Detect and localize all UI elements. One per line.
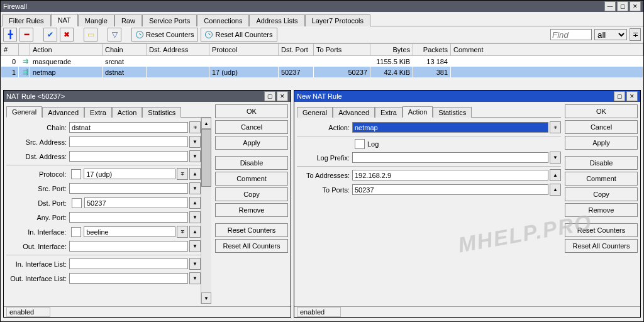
reset-counters-button[interactable]: Reset Counters (215, 223, 288, 237)
disable-button[interactable]: ✖ (60, 28, 74, 42)
tab-connections[interactable]: Connections (197, 14, 249, 26)
tab-statistics[interactable]: Statistics (433, 107, 472, 118)
action-input[interactable] (352, 122, 548, 133)
cancel-button[interactable]: Cancel (565, 120, 638, 134)
copy-button[interactable]: Copy (565, 187, 638, 201)
dialog-titlebar[interactable]: New NAT Rule ▢ ✕ (294, 91, 640, 102)
tab-advanced[interactable]: Advanced (42, 107, 84, 118)
to-ports-input[interactable] (352, 184, 548, 195)
reset-all-counters-button[interactable]: Reset All Counters (565, 239, 638, 253)
chevron-down-icon[interactable]: ▼ (189, 211, 201, 223)
cancel-button[interactable]: Cancel (215, 120, 288, 134)
chevron-down-icon[interactable]: ▼ (550, 152, 561, 164)
log-prefix-input[interactable] (352, 152, 548, 163)
tab-nat[interactable]: NAT (51, 14, 78, 26)
chevron-down-icon[interactable]: ▼ (189, 150, 201, 162)
in-interface-input[interactable] (84, 226, 175, 237)
copy-button[interactable]: Copy (215, 187, 288, 201)
table-row[interactable]: 0 ⇉ masquerade srcnat 1155.5 KiB 13 184 (1, 56, 643, 67)
titlebar[interactable]: Firewall — ▢ ✕ (1, 1, 643, 12)
tab-advanced[interactable]: Advanced (333, 107, 375, 118)
apply-button[interactable]: Apply (215, 136, 288, 150)
dropdown-icon[interactable]: ∓ (630, 28, 641, 41)
tab-extra[interactable]: Extra (84, 107, 112, 118)
any-port-input[interactable] (69, 212, 188, 223)
to-addresses-input[interactable] (352, 170, 548, 180)
tab-raw[interactable]: Raw (114, 14, 142, 26)
comment-button[interactable]: Comment (565, 172, 638, 186)
find-input[interactable] (550, 29, 592, 40)
filter-select[interactable]: all (594, 29, 627, 40)
src-port-input[interactable] (69, 183, 188, 194)
dropdown-icon[interactable]: ∓ (550, 121, 561, 133)
dropdown-icon[interactable]: ∓ (177, 168, 188, 180)
invert-checkbox[interactable] (71, 169, 81, 179)
chevron-down-icon[interactable]: ▼ (189, 182, 201, 194)
tab-address-lists[interactable]: Address Lists (249, 14, 304, 26)
scrollbar[interactable]: ▲ ▼ (201, 118, 211, 304)
dropdown-icon[interactable]: ∓ (189, 121, 201, 133)
dropdown-icon[interactable]: ∓ (177, 226, 188, 238)
dst-address-input[interactable] (69, 151, 188, 162)
chevron-up-icon[interactable]: ▲ (550, 184, 561, 196)
protocol-input[interactable] (84, 169, 175, 179)
chevron-up-icon[interactable]: ▲ (189, 168, 201, 180)
chevron-up-icon[interactable]: ▲ (550, 169, 561, 181)
chain-input[interactable] (69, 122, 188, 133)
scroll-thumb[interactable] (201, 129, 211, 187)
maximize-icon[interactable]: ▢ (617, 1, 628, 11)
dst-port-input[interactable] (84, 197, 188, 208)
chevron-down-icon[interactable]: ▼ (189, 272, 201, 284)
close-icon[interactable]: ✕ (626, 91, 638, 101)
out-interface-list-input[interactable] (69, 273, 188, 284)
in-interface-list-input[interactable] (69, 258, 188, 269)
apply-button[interactable]: Apply (565, 136, 638, 150)
scroll-up-icon[interactable]: ▲ (201, 118, 211, 129)
tab-action[interactable]: Action (402, 106, 433, 118)
tab-action[interactable]: Action (112, 107, 143, 118)
ok-button[interactable]: OK (565, 104, 638, 118)
out-interface-input[interactable] (69, 241, 188, 252)
remove-button[interactable]: Remove (565, 203, 638, 217)
remove-button[interactable]: ━ (19, 28, 33, 42)
reset-counters-button[interactable]: Reset Counters (131, 28, 198, 42)
comment-button[interactable]: Comment (215, 172, 288, 186)
dialog-titlebar[interactable]: NAT Rule <50237> ▢ ✕ (4, 91, 291, 102)
tab-filter-rules[interactable]: Filter Rules (2, 14, 51, 26)
chevron-down-icon[interactable]: ▼ (189, 258, 201, 270)
reset-all-counters-button[interactable]: Reset All Counters (215, 239, 288, 253)
tab-statistics[interactable]: Statistics (142, 107, 181, 118)
close-icon[interactable]: ✕ (277, 91, 288, 101)
reset-counters-button[interactable]: Reset Counters (565, 223, 638, 237)
maximize-icon[interactable]: ▢ (614, 91, 625, 101)
maximize-icon[interactable]: ▢ (264, 91, 275, 101)
chevron-up-icon[interactable]: ▲ (189, 197, 201, 209)
minimize-icon[interactable]: — (604, 1, 616, 11)
ok-button[interactable]: OK (215, 104, 288, 118)
remove-button[interactable]: Remove (215, 203, 288, 217)
tab-layer7[interactable]: Layer7 Protocols (305, 14, 371, 26)
disable-button[interactable]: Disable (565, 156, 638, 170)
log-checkbox[interactable] (355, 139, 365, 149)
chevron-up-icon[interactable]: ▲ (189, 226, 201, 238)
chevron-down-icon[interactable]: ▼ (189, 240, 201, 252)
table-header[interactable]: #ActionChainDst. AddressProtocolDst. Por… (1, 44, 643, 56)
invert-checkbox[interactable] (72, 198, 82, 208)
add-button[interactable]: ╋ (3, 28, 17, 42)
tab-mangle[interactable]: Mangle (78, 14, 114, 26)
reset-all-counters-button[interactable]: Reset All Counters (201, 28, 277, 42)
tab-general[interactable]: General (6, 106, 42, 118)
chevron-down-icon[interactable]: ▼ (189, 136, 201, 148)
src-address-input[interactable] (69, 136, 188, 147)
tab-extra[interactable]: Extra (375, 107, 402, 118)
filter-icon[interactable]: ▽ (108, 28, 121, 42)
scroll-down-icon[interactable]: ▼ (201, 292, 211, 304)
comment-button[interactable]: ▭ (84, 28, 97, 42)
disable-button[interactable]: Disable (215, 156, 288, 170)
table-row[interactable]: 1 ⇶ netmap dstnat 17 (udp) 50237 50237 4… (1, 67, 643, 77)
close-icon[interactable]: ✕ (630, 1, 641, 11)
tab-service-ports[interactable]: Service Ports (142, 14, 197, 26)
enable-button[interactable]: ✔ (43, 28, 57, 42)
tab-general[interactable]: General (297, 107, 333, 118)
invert-checkbox[interactable] (71, 227, 81, 237)
